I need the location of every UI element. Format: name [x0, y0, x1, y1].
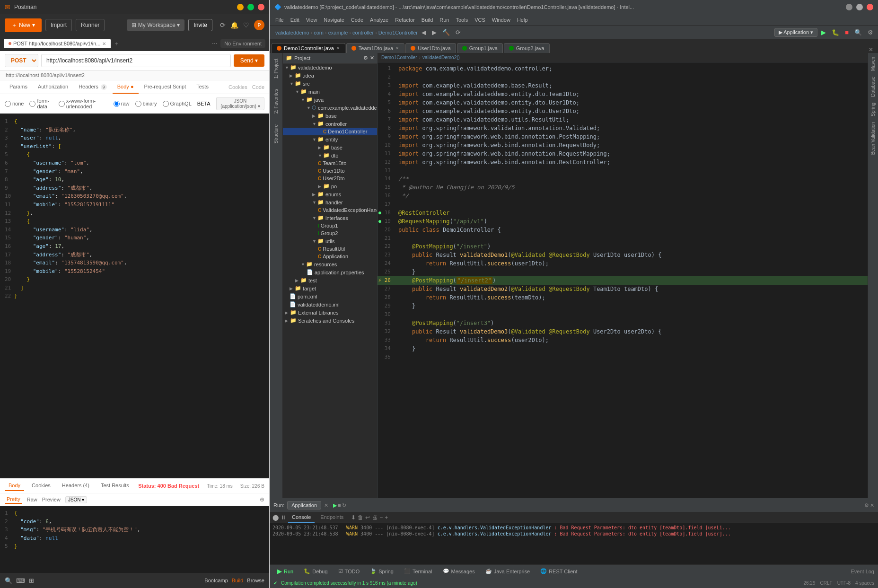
- response-format-select[interactable]: JSON ▾: [65, 496, 87, 503]
- heart-icon[interactable]: ♡: [243, 21, 249, 29]
- clear-console-icon[interactable]: 🗑: [358, 514, 363, 521]
- run-play-icon[interactable]: ▶: [333, 502, 337, 509]
- tab-close-icon[interactable]: ✕: [336, 46, 340, 51]
- breadcrumb-method-name[interactable]: validatedDemo2(): [422, 55, 460, 60]
- tree-po-folder[interactable]: ▶ 📁 po: [283, 182, 377, 190]
- tree-entity-folder[interactable]: ▼ 📁 entity: [283, 135, 377, 143]
- body-form-radio[interactable]: form-data: [29, 98, 53, 109]
- breadcrumb-example[interactable]: example: [328, 30, 348, 35]
- tree-main[interactable]: ▼ 📁 main: [283, 88, 377, 96]
- tree-validated-exception[interactable]: C ValidatedExceptionHandl...: [283, 206, 377, 214]
- fold-icon[interactable]: −: [379, 514, 383, 521]
- toolbar-icon-back[interactable]: ◀: [420, 28, 428, 37]
- close-button[interactable]: [258, 4, 264, 10]
- resp-tab-headers[interactable]: Headers (4): [58, 481, 93, 491]
- tab-prerequest[interactable]: Pre-request Script: [140, 80, 191, 94]
- menu-run[interactable]: Run: [437, 16, 452, 24]
- bootcamp-button[interactable]: Bootcamp: [204, 578, 228, 583]
- tab-user1dto[interactable]: User1Dto.java: [405, 43, 456, 53]
- maximize-button[interactable]: [247, 4, 254, 10]
- project-strip-label[interactable]: 1: Project: [273, 55, 279, 82]
- ij-restore-btn[interactable]: [856, 4, 863, 10]
- resp-tab-body[interactable]: Body: [5, 481, 24, 491]
- body-raw-radio[interactable]: raw: [114, 101, 130, 107]
- menu-navigate[interactable]: Navigate: [321, 16, 347, 24]
- menu-build[interactable]: Build: [419, 16, 436, 24]
- more-tabs-icon[interactable]: ⋯: [210, 38, 220, 49]
- tree-utils[interactable]: ▼ 📁 utils: [283, 237, 377, 245]
- run-config-selector[interactable]: ▶ Application ▾: [774, 28, 817, 37]
- run-stop-icon[interactable]: ■: [338, 502, 341, 509]
- resp-tab-cookies[interactable]: Cookies: [28, 481, 54, 491]
- avatar-icon[interactable]: P: [254, 20, 264, 30]
- request-body-editor[interactable]: 1{ 2 "name": "队伍名称", 3 "user": null, 4 "…: [0, 114, 269, 478]
- indent-indicator[interactable]: 4 spaces: [855, 580, 874, 586]
- menu-tools[interactable]: Tools: [453, 16, 471, 24]
- tab-group1[interactable]: Group1.java: [457, 43, 503, 53]
- runbar-restclient[interactable]: 🌐 REST Client: [536, 567, 581, 576]
- endpoints-tab[interactable]: Endpoints: [316, 512, 347, 523]
- breadcrumb-com[interactable]: com: [314, 30, 324, 35]
- tab-demo1controller[interactable]: Demo1Controller.java ✕: [272, 43, 345, 53]
- menu-file[interactable]: File: [272, 16, 287, 24]
- build-button[interactable]: Build: [232, 578, 243, 583]
- database-icon[interactable]: Database: [870, 75, 876, 99]
- print-icon[interactable]: 🖨: [372, 514, 378, 521]
- view-preview[interactable]: Preview: [42, 497, 61, 502]
- runbar-javaenterprise[interactable]: ☕ Java Enterprise: [482, 567, 534, 576]
- tree-scratches[interactable]: ▶ 📁 Scratches and Consoles: [283, 316, 377, 325]
- no-environment-dropdown[interactable]: No Environment: [220, 39, 265, 48]
- ij-minimize-btn[interactable]: [846, 4, 852, 10]
- panel-close-icon[interactable]: ✕: [870, 502, 874, 509]
- structure-strip-label[interactable]: Structure: [273, 121, 279, 148]
- tree-close-icon[interactable]: ✕: [370, 55, 374, 61]
- tab-group2[interactable]: Group2.java: [504, 43, 550, 53]
- breadcrumb-controller-name[interactable]: Demo1Controller: [381, 55, 417, 60]
- tree-entity-base[interactable]: ▶ 📁 base: [283, 143, 377, 151]
- runbar-debug[interactable]: 🐛 Debug: [300, 567, 331, 576]
- tree-handler[interactable]: ▼ 📁 handler: [283, 198, 377, 206]
- view-raw[interactable]: Raw: [27, 497, 37, 502]
- java-code-body[interactable]: 1 package com.example.validateddemo.cont…: [378, 62, 868, 498]
- minimize-button[interactable]: [237, 4, 244, 10]
- expand-icon[interactable]: +: [385, 514, 388, 521]
- run-pause-icon[interactable]: ⏸: [281, 514, 286, 521]
- tree-user1dto[interactable]: C User1Dto: [283, 167, 377, 175]
- tree-dto-folder[interactable]: ▼ 📁 dto: [283, 151, 377, 159]
- tree-base-folder[interactable]: ▶ 📁 base: [283, 112, 377, 120]
- sync-icon[interactable]: ⟳: [220, 21, 226, 29]
- ij-close-btn[interactable]: [867, 4, 873, 10]
- wrap-text-icon[interactable]: ↩: [365, 514, 370, 521]
- breadcrumb-validateddemo[interactable]: validateddemo: [275, 30, 309, 35]
- tree-group2[interactable]: I Group2: [283, 229, 377, 237]
- bean-validation-icon[interactable]: Bean Validation: [870, 120, 876, 157]
- tab-team1dto[interactable]: Team1Dto.java ✕: [346, 43, 404, 53]
- workspace-button[interactable]: ⊞ My Workspace ▾: [127, 19, 184, 31]
- tree-enums[interactable]: ▶ 📁 enums: [283, 190, 377, 198]
- send-button[interactable]: Send ▾: [234, 54, 264, 67]
- body-none-radio[interactable]: none: [5, 101, 24, 107]
- tree-java[interactable]: ▼ 📁 java: [283, 96, 377, 104]
- tree-settings-icon[interactable]: ⚙: [363, 55, 368, 61]
- run-status-indicator[interactable]: ⬤: [272, 514, 279, 521]
- runbar-messages[interactable]: 💬 Messages: [439, 567, 479, 576]
- menu-analyze[interactable]: Analyze: [367, 16, 391, 24]
- view-pretty[interactable]: Pretty: [5, 495, 22, 504]
- body-urlencoded-radio[interactable]: x-www-form-urlencoded: [59, 98, 108, 109]
- tree-appprops[interactable]: 📄 application.properties: [283, 268, 377, 276]
- settings-icon[interactable]: ⚙: [866, 28, 875, 37]
- invite-button[interactable]: Invite: [188, 19, 212, 31]
- json-format-select[interactable]: JSON (application/json) ▾: [216, 97, 264, 110]
- http-method-select[interactable]: POST: [5, 54, 38, 67]
- spring-icon[interactable]: Spring: [870, 101, 876, 118]
- tab-headers[interactable]: Headers 9: [74, 80, 112, 94]
- breadcrumb-controller[interactable]: controller: [352, 30, 374, 35]
- request-tab-1[interactable]: POST http://localhost:8080/api/v1/in... …: [4, 39, 111, 48]
- toolbar-icon-build[interactable]: 🔨: [440, 28, 452, 37]
- tree-controller-folder[interactable]: ▼ 📁 controller: [283, 120, 377, 128]
- body-graphql-radio[interactable]: GraphQL: [163, 101, 192, 107]
- runbar-todo[interactable]: ☑ TODO: [334, 567, 364, 576]
- run-icon[interactable]: ▶: [819, 28, 828, 37]
- url-input[interactable]: [41, 54, 231, 67]
- search-bottom-icon[interactable]: 🔍: [5, 577, 12, 584]
